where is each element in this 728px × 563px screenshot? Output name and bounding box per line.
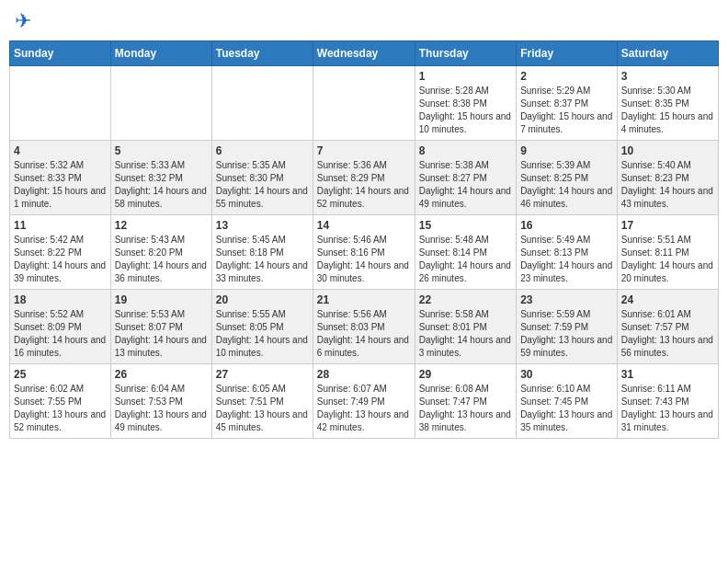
calendar-cell: 6Sunrise: 5:35 AM Sunset: 8:30 PM Daylig… xyxy=(211,141,313,215)
weekday-header-tuesday: Tuesday xyxy=(211,41,313,66)
day-number: 6 xyxy=(216,144,309,157)
weekday-header-friday: Friday xyxy=(517,41,618,66)
day-number: 12 xyxy=(115,219,208,232)
calendar-cell: 30Sunrise: 6:10 AM Sunset: 7:45 PM Dayli… xyxy=(517,364,618,439)
calendar-cell: 22Sunrise: 5:58 AM Sunset: 8:01 PM Dayli… xyxy=(415,290,516,364)
calendar-cell: 14Sunrise: 5:46 AM Sunset: 8:16 PM Dayli… xyxy=(313,215,415,290)
week-row-1: 1Sunrise: 5:28 AM Sunset: 8:38 PM Daylig… xyxy=(10,66,719,141)
calendar-cell: 21Sunrise: 5:56 AM Sunset: 8:03 PM Dayli… xyxy=(313,290,415,364)
logo-bird-icon: ✈ xyxy=(15,9,31,33)
day-info: Sunrise: 5:46 AM Sunset: 8:16 PM Dayligh… xyxy=(317,234,411,285)
day-info: Sunrise: 5:40 AM Sunset: 8:23 PM Dayligh… xyxy=(621,159,714,211)
day-info: Sunrise: 6:11 AM Sunset: 7:43 PM Dayligh… xyxy=(621,383,714,434)
day-number: 5 xyxy=(115,144,208,157)
week-row-3: 11Sunrise: 5:42 AM Sunset: 8:22 PM Dayli… xyxy=(10,215,719,290)
day-number: 14 xyxy=(317,219,411,232)
week-row-2: 4Sunrise: 5:32 AM Sunset: 8:33 PM Daylig… xyxy=(10,141,719,215)
day-info: Sunrise: 5:49 AM Sunset: 8:13 PM Dayligh… xyxy=(520,234,613,285)
day-info: Sunrise: 5:43 AM Sunset: 8:20 PM Dayligh… xyxy=(115,234,208,285)
day-info: Sunrise: 6:02 AM Sunset: 7:55 PM Dayligh… xyxy=(14,383,107,434)
day-number: 22 xyxy=(419,293,512,306)
weekday-header-wednesday: Wednesday xyxy=(313,41,415,66)
day-number: 4 xyxy=(14,144,107,157)
day-number: 2 xyxy=(520,70,613,83)
day-info: Sunrise: 6:10 AM Sunset: 7:45 PM Dayligh… xyxy=(520,383,613,434)
day-info: Sunrise: 5:51 AM Sunset: 8:11 PM Dayligh… xyxy=(621,234,714,285)
calendar-header: SundayMondayTuesdayWednesdayThursdayFrid… xyxy=(10,41,719,66)
calendar-cell: 25Sunrise: 6:02 AM Sunset: 7:55 PM Dayli… xyxy=(10,364,111,439)
day-info: Sunrise: 5:32 AM Sunset: 8:33 PM Dayligh… xyxy=(14,159,107,211)
day-number: 25 xyxy=(14,368,107,381)
day-number: 7 xyxy=(317,144,411,157)
day-number: 13 xyxy=(216,219,309,232)
day-info: Sunrise: 5:30 AM Sunset: 8:35 PM Dayligh… xyxy=(621,85,714,136)
day-info: Sunrise: 5:45 AM Sunset: 8:18 PM Dayligh… xyxy=(216,234,309,285)
weekday-header-monday: Monday xyxy=(110,41,211,66)
day-info: Sunrise: 5:58 AM Sunset: 8:01 PM Dayligh… xyxy=(419,308,512,360)
calendar-cell: 1Sunrise: 5:28 AM Sunset: 8:38 PM Daylig… xyxy=(415,66,516,141)
calendar-cell: 12Sunrise: 5:43 AM Sunset: 8:20 PM Dayli… xyxy=(110,215,211,290)
day-number: 10 xyxy=(621,144,714,157)
day-info: Sunrise: 5:59 AM Sunset: 7:59 PM Dayligh… xyxy=(520,308,613,360)
day-info: Sunrise: 5:29 AM Sunset: 8:37 PM Dayligh… xyxy=(520,85,613,136)
day-number: 11 xyxy=(14,219,107,232)
calendar-cell: 27Sunrise: 6:05 AM Sunset: 7:51 PM Dayli… xyxy=(211,364,313,439)
calendar-cell: 3Sunrise: 5:30 AM Sunset: 8:35 PM Daylig… xyxy=(617,66,718,141)
day-number: 27 xyxy=(216,368,309,381)
day-info: Sunrise: 5:48 AM Sunset: 8:14 PM Dayligh… xyxy=(419,234,512,285)
calendar-cell: 29Sunrise: 6:08 AM Sunset: 7:47 PM Dayli… xyxy=(415,364,516,439)
calendar-cell xyxy=(10,66,111,141)
calendar-cell: 2Sunrise: 5:29 AM Sunset: 8:37 PM Daylig… xyxy=(517,66,618,141)
day-info: Sunrise: 5:42 AM Sunset: 8:22 PM Dayligh… xyxy=(14,234,107,285)
day-info: Sunrise: 6:05 AM Sunset: 7:51 PM Dayligh… xyxy=(216,383,309,434)
day-info: Sunrise: 5:33 AM Sunset: 8:32 PM Dayligh… xyxy=(115,159,208,211)
day-number: 24 xyxy=(621,293,714,306)
day-info: Sunrise: 5:39 AM Sunset: 8:25 PM Dayligh… xyxy=(520,159,613,211)
calendar-cell: 19Sunrise: 5:53 AM Sunset: 8:07 PM Dayli… xyxy=(110,290,211,364)
calendar-cell: 9Sunrise: 5:39 AM Sunset: 8:25 PM Daylig… xyxy=(517,141,618,215)
day-number: 18 xyxy=(14,293,107,306)
day-info: Sunrise: 5:56 AM Sunset: 8:03 PM Dayligh… xyxy=(317,308,411,360)
day-info: Sunrise: 6:07 AM Sunset: 7:49 PM Dayligh… xyxy=(317,383,411,434)
calendar-cell xyxy=(313,66,415,141)
day-info: Sunrise: 5:35 AM Sunset: 8:30 PM Dayligh… xyxy=(216,159,309,211)
day-number: 17 xyxy=(621,219,714,232)
day-info: Sunrise: 5:28 AM Sunset: 8:38 PM Dayligh… xyxy=(419,85,512,136)
day-info: Sunrise: 5:38 AM Sunset: 8:27 PM Dayligh… xyxy=(419,159,512,211)
day-number: 21 xyxy=(317,293,411,306)
day-number: 30 xyxy=(520,368,613,381)
weekday-header-row: SundayMondayTuesdayWednesdayThursdayFrid… xyxy=(10,41,719,66)
calendar-cell: 23Sunrise: 5:59 AM Sunset: 7:59 PM Dayli… xyxy=(517,290,618,364)
calendar-cell: 31Sunrise: 6:11 AM Sunset: 7:43 PM Dayli… xyxy=(617,364,718,439)
calendar-cell xyxy=(110,66,211,141)
day-number: 26 xyxy=(115,368,208,381)
day-number: 23 xyxy=(520,293,613,306)
day-number: 1 xyxy=(419,70,512,83)
day-number: 29 xyxy=(419,368,512,381)
calendar-table: SundayMondayTuesdayWednesdayThursdayFrid… xyxy=(9,40,719,439)
day-info: Sunrise: 6:08 AM Sunset: 7:47 PM Dayligh… xyxy=(419,383,512,434)
calendar-cell: 7Sunrise: 5:36 AM Sunset: 8:29 PM Daylig… xyxy=(313,141,415,215)
day-number: 20 xyxy=(216,293,309,306)
day-number: 9 xyxy=(520,144,613,157)
week-row-5: 25Sunrise: 6:02 AM Sunset: 7:55 PM Dayli… xyxy=(10,364,719,439)
day-number: 28 xyxy=(317,368,411,381)
calendar-cell xyxy=(211,66,313,141)
calendar-cell: 10Sunrise: 5:40 AM Sunset: 8:23 PM Dayli… xyxy=(617,141,718,215)
day-info: Sunrise: 6:01 AM Sunset: 7:57 PM Dayligh… xyxy=(621,308,714,360)
day-info: Sunrise: 6:04 AM Sunset: 7:53 PM Dayligh… xyxy=(115,383,208,434)
day-number: 31 xyxy=(621,368,714,381)
calendar-cell: 11Sunrise: 5:42 AM Sunset: 8:22 PM Dayli… xyxy=(10,215,111,290)
calendar-cell: 5Sunrise: 5:33 AM Sunset: 8:32 PM Daylig… xyxy=(110,141,211,215)
calendar-cell: 15Sunrise: 5:48 AM Sunset: 8:14 PM Dayli… xyxy=(415,215,516,290)
weekday-header-sunday: Sunday xyxy=(10,41,111,66)
calendar-cell: 16Sunrise: 5:49 AM Sunset: 8:13 PM Dayli… xyxy=(517,215,618,290)
logo: ✈ xyxy=(13,9,33,33)
day-info: Sunrise: 5:55 AM Sunset: 8:05 PM Dayligh… xyxy=(216,308,309,360)
calendar-cell: 26Sunrise: 6:04 AM Sunset: 7:53 PM Dayli… xyxy=(110,364,211,439)
day-number: 15 xyxy=(419,219,512,232)
day-number: 19 xyxy=(115,293,208,306)
calendar-cell: 24Sunrise: 6:01 AM Sunset: 7:57 PM Dayli… xyxy=(617,290,718,364)
weekday-header-saturday: Saturday xyxy=(617,41,718,66)
calendar-cell: 8Sunrise: 5:38 AM Sunset: 8:27 PM Daylig… xyxy=(415,141,516,215)
